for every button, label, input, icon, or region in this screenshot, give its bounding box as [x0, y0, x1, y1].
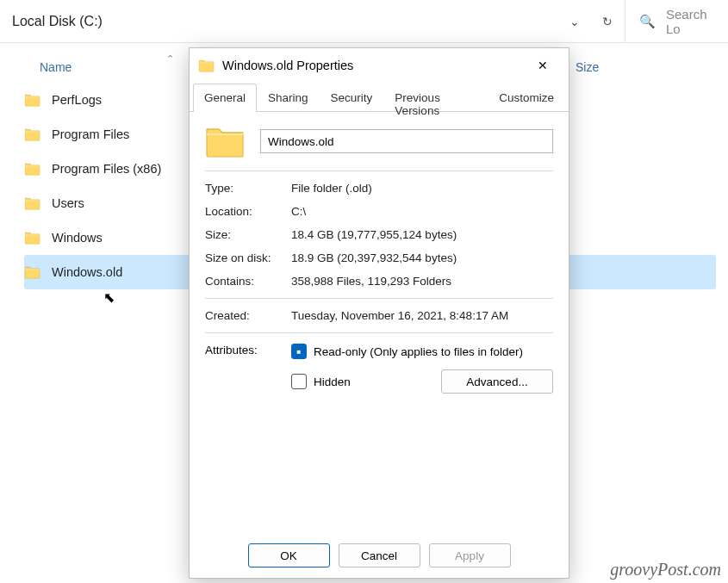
folder-label: Users — [52, 196, 84, 210]
folder-icon — [24, 127, 41, 141]
column-name[interactable]: Name — [24, 60, 162, 74]
apply-button[interactable]: Apply — [429, 543, 511, 567]
readonly-label: Read-only (Only applies to files in fold… — [314, 345, 523, 358]
folder-label: Windows.old — [52, 265, 122, 279]
sort-chevron-icon: ⌃ — [166, 53, 174, 65]
folder-icon — [24, 265, 41, 279]
titlebar[interactable]: Windows.old Properties ✕ — [190, 48, 569, 83]
contains-value: 358,988 Files, 119,293 Folders — [291, 275, 553, 288]
type-value: File folder (.old) — [291, 182, 553, 195]
properties-dialog: Windows.old Properties ✕ General Sharing… — [189, 47, 569, 579]
cancel-button[interactable]: Cancel — [339, 543, 420, 567]
size-value: 18.4 GB (19,777,955,124 bytes) — [291, 228, 553, 241]
size-on-disk-value: 18.9 GB (20,397,932,544 bytes) — [291, 251, 553, 264]
folder-label: Program Files — [52, 127, 129, 141]
folder-label: Windows — [52, 231, 103, 245]
folder-icon — [24, 162, 41, 176]
hidden-checkbox[interactable] — [291, 374, 307, 389]
refresh-icon[interactable]: ↻ — [602, 15, 613, 28]
search-icon: 🔍 — [639, 14, 656, 29]
advanced-button[interactable]: Advanced... — [441, 369, 553, 394]
readonly-checkbox[interactable] — [291, 344, 307, 359]
folder-icon — [24, 196, 41, 210]
type-label: Type: — [205, 182, 291, 195]
column-size[interactable]: Size — [576, 60, 599, 74]
name-input[interactable] — [260, 129, 553, 153]
chevron-down-icon[interactable]: ⌄ — [569, 15, 580, 28]
address-path[interactable]: Local Disk (C:) — [12, 14, 103, 29]
dialog-title: Windows.old Properties — [222, 59, 353, 72]
tab-general[interactable]: General — [193, 84, 257, 112]
search-input[interactable]: 🔍 Search Lo — [625, 0, 728, 42]
separator — [205, 332, 553, 333]
tab-customize[interactable]: Customize — [488, 84, 565, 112]
ok-button[interactable]: OK — [248, 543, 330, 567]
tab-security[interactable]: Security — [320, 84, 384, 112]
attributes-label: Attributes: — [205, 344, 291, 394]
created-value: Tuesday, November 16, 2021, 8:48:17 AM — [291, 309, 553, 322]
folder-label: Program Files (x86) — [52, 162, 161, 176]
separator — [205, 298, 553, 299]
tab-previous-versions[interactable]: Previous Versions — [383, 84, 488, 112]
folder-icon — [205, 124, 246, 158]
size-label: Size: — [205, 228, 291, 241]
size-on-disk-label: Size on disk: — [205, 251, 291, 264]
folder-icon — [24, 93, 41, 107]
close-button[interactable]: ✕ — [526, 48, 560, 83]
watermark: groovyPost.com — [610, 560, 721, 580]
created-label: Created: — [205, 309, 291, 322]
location-label: Location: — [205, 205, 291, 218]
close-icon: ✕ — [538, 59, 548, 72]
folder-icon — [198, 59, 215, 72]
separator — [205, 171, 553, 171]
search-placeholder: Search Lo — [666, 7, 714, 36]
folder-label: PerfLogs — [52, 93, 102, 107]
hidden-label: Hidden — [314, 375, 351, 388]
contains-label: Contains: — [205, 275, 291, 288]
tab-sharing[interactable]: Sharing — [257, 84, 320, 112]
location-value: C:\ — [291, 205, 553, 218]
folder-icon — [24, 231, 41, 245]
